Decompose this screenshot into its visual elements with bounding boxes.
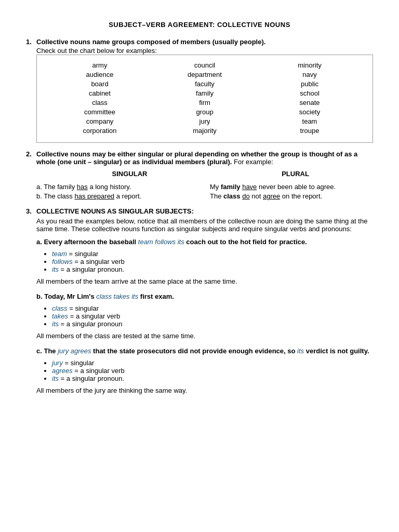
example-note: All members of the jury are thinking the… <box>36 387 373 394</box>
bullet-item: its = a singular pronoun <box>52 320 373 328</box>
chart-col-3: minoritynavypublicschoolsenatesocietytea… <box>278 61 341 136</box>
section-3: 3. COLLECTIVE NOUNS AS SINGULAR SUBJECTS… <box>26 207 373 394</box>
chart-word: navy <box>278 71 341 78</box>
section-1-number: 1. Collective nouns name groups composed… <box>26 38 373 46</box>
chart-word: jury <box>174 117 236 125</box>
bullet-list: team = singularfollows = a singular verb… <box>52 250 373 273</box>
chart-word: senate <box>278 99 341 107</box>
section-2-header: Collective nouns may be either singular … <box>36 150 373 166</box>
bullet-list: jury = singularagrees = a singular verbi… <box>52 359 373 382</box>
section-1-subtext: Check out the chart below for examples: <box>36 47 373 55</box>
chart-word: class <box>69 99 131 107</box>
chart-word: team <box>278 117 341 125</box>
chart-word: public <box>278 80 341 88</box>
plural-example: My family have never been able to agree. <box>200 183 373 191</box>
chart-word: group <box>174 108 236 116</box>
chart-word: council <box>174 61 236 69</box>
bullet-item: jury = singular <box>52 359 373 367</box>
section3-example: c. The jury agrees that the state prosec… <box>36 347 373 394</box>
singular-label: SINGULAR <box>52 170 207 178</box>
section3-example: a. Every afternoon the baseball team fol… <box>36 238 373 285</box>
chart-col-2: councildepartmentfacultyfamilyfirmgroupj… <box>174 61 236 136</box>
singular-example: b. The class has prepared a report. <box>36 192 200 200</box>
bullet-item: its = a singular pronoun. <box>52 265 373 273</box>
chart-col-1: armyaudienceboardcabinetclasscommitteeco… <box>69 61 131 136</box>
chart-word: majority <box>174 127 236 135</box>
section-3-header: COLLECTIVE NOUNS AS SINGULAR SUBJECTS: <box>36 207 194 215</box>
collective-nouns-chart: armyaudienceboardcabinetclasscommitteeco… <box>36 55 373 143</box>
bullet-item: its = a singular pronoun. <box>52 375 373 382</box>
bullet-item: class = singular <box>52 304 373 312</box>
example-note: All members of the class are tested at t… <box>36 332 373 340</box>
section-3-description: As you read the examples below, notice t… <box>36 217 373 233</box>
chart-word: company <box>69 117 131 125</box>
singular-example: a. The family has a long history. <box>36 183 200 191</box>
chart-word: cabinet <box>69 89 131 97</box>
chart-word: corporation <box>69 127 131 135</box>
bullet-item: team = singular <box>52 250 373 258</box>
example-sentence: a. Every afternoon the baseball team fol… <box>36 238 373 246</box>
example-sentence: c. The jury agrees that the state prosec… <box>36 347 373 355</box>
example-note: All members of the team arrive at the sa… <box>36 277 373 285</box>
chart-word: family <box>174 89 236 97</box>
example-sentence: b. Today, Mr Lim's class takes its first… <box>36 292 373 300</box>
bullet-item: follows = a singular verb <box>52 258 373 265</box>
chart-word: minority <box>278 61 341 69</box>
chart-word: troupe <box>278 127 341 135</box>
chart-word: faculty <box>174 80 236 88</box>
bullet-list: class = singulartakes = a singular verbi… <box>52 304 373 328</box>
chart-word: school <box>278 89 341 97</box>
section-2: 2. Collective nouns may be either singul… <box>26 150 373 200</box>
chart-word: firm <box>174 99 236 107</box>
singular-plural-example-row: b. The class has prepared a report.The c… <box>36 192 373 200</box>
plural-label: PLURAL <box>218 170 373 178</box>
section-1: 1. Collective nouns name groups composed… <box>26 38 373 143</box>
chart-word: board <box>69 80 131 88</box>
singular-plural-example-row: a. The family has a long history.My fami… <box>36 183 373 191</box>
chart-word: society <box>278 108 341 116</box>
chart-word: army <box>69 61 131 69</box>
chart-word: committee <box>69 108 131 116</box>
section3-example: b. Today, Mr Lim's class takes its first… <box>36 292 373 340</box>
bullet-item: agrees = a singular verb <box>52 367 373 375</box>
bullet-item: takes = a singular verb <box>52 312 373 320</box>
section-1-header: Collective nouns name groups composed of… <box>36 38 265 46</box>
chart-word: audience <box>69 71 131 78</box>
page-title: SUBJECT–VERB AGREEMENT: COLLECTIVE NOUNS <box>26 21 373 29</box>
plural-example: The class do not agree on the report. <box>200 192 373 200</box>
chart-word: department <box>174 71 236 78</box>
